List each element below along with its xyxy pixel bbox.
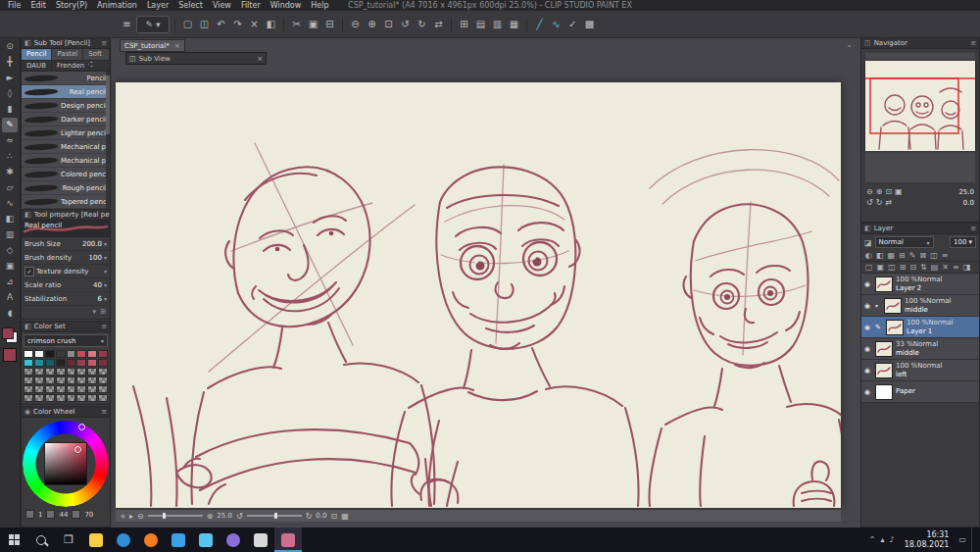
nav-forward-icon[interactable]: ▸ [129, 512, 133, 521]
start-button[interactable] [0, 527, 27, 552]
layer-visibility-eye-icon[interactable]: ◉ [864, 280, 872, 288]
flip-horizontal-icon[interactable]: ⇄ [431, 17, 446, 32]
foreground-background-colors[interactable] [2, 327, 18, 343]
taskbar-app-store-app[interactable] [247, 527, 274, 552]
menu-animation[interactable]: Animation [92, 0, 142, 11]
menu-layer[interactable]: Layer [142, 0, 173, 11]
snap-to-special-ruler-icon[interactable]: ▥ [490, 17, 505, 32]
layer-action-icon-5[interactable]: ⇅ [920, 263, 927, 272]
color-swatch[interactable] [98, 359, 108, 367]
color-swatch[interactable] [34, 368, 44, 376]
layer-property-icon-7[interactable]: ≡ [942, 251, 949, 260]
tool-zoom[interactable]: ⊙ [2, 39, 18, 54]
color-swatch[interactable] [24, 376, 33, 384]
color-swatch[interactable] [76, 376, 86, 384]
layer-property-icon-0[interactable]: ◐ [865, 251, 872, 260]
checkbox-icon[interactable]: ✓ [24, 267, 34, 276]
tool-decoration[interactable]: ✱ [2, 165, 18, 179]
color-swatch[interactable] [98, 385, 108, 393]
rotate-right-icon[interactable]: ↻ [306, 512, 313, 521]
layer-opacity-field[interactable]: 100 ▾ [950, 236, 976, 248]
zoom-in-icon[interactable]: ⊕ [876, 187, 883, 196]
menu-file[interactable]: File [3, 0, 25, 11]
subtool-tab-pencil[interactable]: Pencil [22, 49, 52, 60]
grid-icon[interactable]: ⊞ [457, 17, 471, 32]
color-swatch[interactable] [67, 359, 76, 367]
subtool-tab-soft-c[interactable]: Soft C [83, 49, 110, 60]
blend-mode-select[interactable]: Normal ▾ [875, 236, 934, 248]
color-swatch[interactable] [24, 394, 33, 402]
layer-row-paper[interactable]: ◉Paper [861, 381, 979, 403]
rotate-left-icon[interactable]: ↺ [398, 17, 413, 32]
property-row-brush-size[interactable]: Brush Size200.0▾ [22, 237, 110, 251]
color-swatch[interactable] [98, 350, 108, 358]
tool-text[interactable]: A [2, 290, 18, 305]
main-menu-icon[interactable]: ≡ [120, 17, 134, 32]
paste-icon[interactable]: ⊟ [322, 17, 337, 32]
task-view-button[interactable]: ❐ [55, 527, 82, 552]
tool-blend[interactable]: ∿ [2, 196, 18, 211]
color-swatch[interactable] [76, 359, 86, 367]
zoom-slider[interactable] [148, 515, 203, 517]
navigator-preview-area[interactable] [865, 53, 975, 182]
volume-icon[interactable]: ♪ [890, 535, 895, 544]
hue-marker[interactable] [78, 424, 85, 430]
color-swatch[interactable] [56, 368, 66, 376]
tool-figure[interactable]: ◇ [2, 243, 18, 258]
menu-window[interactable]: Window [266, 0, 307, 11]
layer-action-icon-2[interactable]: ◫ [888, 263, 896, 272]
reset-view-icon[interactable]: ▦ [341, 512, 349, 521]
tool-ruler[interactable]: ⊿ [2, 275, 18, 289]
color-swatch[interactable] [67, 394, 76, 402]
subtool-panel-header[interactable]: ◧ Sub Tool [Pencil] ≡ [22, 38, 110, 49]
snap-to-grid-icon[interactable]: ▦ [507, 17, 521, 32]
color-swatch[interactable] [45, 359, 55, 367]
color-swatch[interactable] [87, 376, 97, 384]
tool-move[interactable]: ╋ [2, 55, 18, 70]
property-row-brush-density[interactable]: Brush density100▾ [22, 251, 110, 265]
fit-to-screen-icon[interactable]: ⊡ [885, 187, 892, 196]
color-wheel[interactable] [23, 421, 109, 507]
zoom-in-icon[interactable]: ⊕ [365, 17, 379, 32]
rotate-right-icon[interactable]: ↻ [876, 198, 883, 207]
folder-expand-icon[interactable]: ▾ [875, 302, 881, 309]
layer-row-left[interactable]: ◉100 %Normalleft [861, 360, 979, 381]
color-swatch[interactable] [56, 385, 66, 393]
color-swatch[interactable] [34, 350, 44, 358]
layer-property-icon-2[interactable]: ▦ [888, 251, 896, 260]
color-swatch[interactable] [76, 385, 86, 393]
color-swatch[interactable] [98, 394, 108, 402]
tool-fill[interactable]: ◧ [2, 212, 18, 226]
layer-property-icon-3[interactable]: ⊞ [899, 251, 906, 260]
rotate-left-icon[interactable]: ↺ [236, 512, 243, 521]
copy-icon[interactable]: ▣ [306, 17, 320, 32]
taskbar-app-chat-app[interactable] [220, 527, 247, 552]
spinner-icon[interactable]: ▾ [104, 254, 107, 261]
layer-visibility-eye-icon[interactable]: ◉ [864, 324, 872, 331]
layer-action-icon-7[interactable]: ✕ [942, 263, 949, 272]
undo-icon[interactable]: ↶ [214, 17, 228, 32]
close-icon[interactable]: × [257, 55, 263, 63]
panel-menu-icon[interactable]: ≡ [970, 38, 976, 48]
color-swatch[interactable] [76, 368, 86, 376]
color-swatch[interactable] [67, 368, 76, 376]
layer-property-icon-5[interactable]: ⊠ [920, 251, 927, 260]
layer-property-icon-4[interactable]: ✎ [909, 251, 916, 260]
layer-visibility-eye-icon[interactable]: ◉ [864, 388, 872, 396]
tool-airbrush[interactable]: ∴ [2, 149, 18, 164]
subtool-item-tapered-pencil[interactable]: Tapered pencil [22, 195, 110, 209]
line-tool-active-icon[interactable]: ╱ [532, 17, 547, 32]
curve-tool-active-icon[interactable]: ∿ [549, 17, 564, 32]
color-set-select[interactable]: crimson crush ▾ [24, 334, 108, 347]
taskbar-app-file-explorer[interactable] [82, 527, 110, 552]
menu-view[interactable]: View [208, 0, 236, 11]
color-swatch[interactable] [24, 359, 33, 367]
color-swatch[interactable] [24, 385, 33, 393]
notification-center-icon[interactable]: ▭ [958, 535, 966, 544]
spinner-icon[interactable]: ▾ [104, 268, 107, 275]
delete-icon[interactable]: × [247, 17, 262, 32]
layer-property-icon-6[interactable]: ◫ [930, 251, 938, 260]
color-swatch[interactable] [45, 376, 55, 384]
color-swatch[interactable] [24, 350, 33, 358]
spinner-icon[interactable]: ▾ [104, 281, 107, 288]
